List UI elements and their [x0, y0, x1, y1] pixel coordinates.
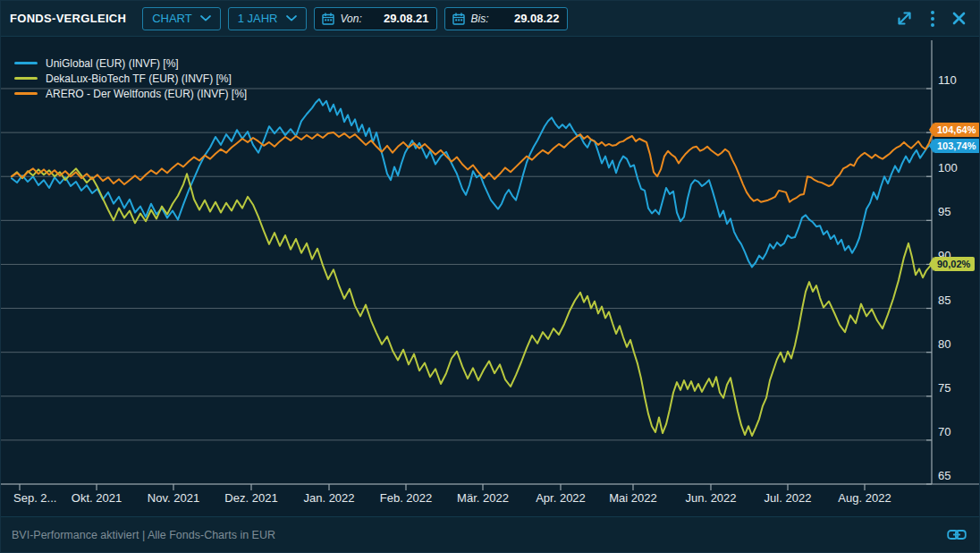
- x-axis-label: Nov. 2021: [148, 491, 199, 505]
- more-options-icon[interactable]: [929, 9, 936, 29]
- x-axis-label: Jan. 2022: [303, 491, 354, 505]
- expand-icon[interactable]: [895, 9, 914, 28]
- date-from-label: Von:: [341, 13, 362, 25]
- x-axis-label: Aug. 2022: [838, 491, 891, 505]
- legend-item-arero-weltfonds[interactable]: ARERO - Der Weltfonds (EUR) (INVF) [%]: [14, 86, 247, 101]
- legend-item-uniglobal[interactable]: UniGlobal (EUR) (INVF) [%]: [14, 55, 247, 71]
- series-end-value-tag: 90,02%: [934, 257, 975, 271]
- chart-type-dropdown-label: CHART: [152, 12, 192, 25]
- x-axis-label: Okt. 2021: [72, 491, 122, 505]
- x-axis-label: Apr. 2022: [536, 491, 586, 505]
- period-dropdown[interactable]: 1 JAHR: [228, 7, 307, 30]
- chart-type-dropdown[interactable]: CHART: [142, 7, 221, 30]
- link-icon[interactable]: [947, 529, 967, 540]
- x-axis-label: Jun. 2022: [685, 491, 736, 505]
- y-axis-label: 70: [938, 425, 950, 438]
- x-axis-label: Dez. 2021: [224, 491, 277, 505]
- y-axis-label: 80: [938, 337, 950, 351]
- legend-item-dekalux-biotech[interactable]: DekaLux-BioTech TF (EUR) (INVF) [%]: [14, 71, 247, 86]
- date-to-value: 29.08.22: [514, 12, 560, 25]
- series-color-swatch: [14, 62, 38, 64]
- x-axis-label: Jul. 2022: [765, 491, 812, 505]
- date-from-value: 29.08.21: [384, 12, 429, 25]
- y-axis-label: 110: [938, 73, 957, 87]
- y-axis-label: 95: [938, 205, 950, 218]
- header-toolbar: FONDS-VERGLEICH CHART 1 JAHR: [1, 1, 979, 37]
- fund-comparison-widget: FONDS-VERGLEICH CHART 1 JAHR: [0, 0, 980, 553]
- close-icon[interactable]: [951, 11, 967, 26]
- series-end-value-tag: 103,74%: [934, 139, 980, 153]
- status-bar: BVI-Performance aktiviert | Alle Fonds-C…: [1, 516, 979, 552]
- calendar-icon: [452, 13, 465, 25]
- date-from-field[interactable]: Von: 29.08.21: [314, 7, 437, 30]
- x-axis-label: Sep. 2...: [13, 491, 56, 505]
- y-axis-label: 85: [938, 294, 950, 307]
- tag-notch: [929, 257, 934, 271]
- tag-notch: [929, 139, 934, 153]
- page-title: FONDS-VERGLEICH: [10, 12, 126, 25]
- x-axis-label: Mär. 2022: [457, 491, 509, 505]
- series-line: [12, 99, 932, 268]
- series-color-swatch: [14, 77, 38, 80]
- calendar-icon: [322, 13, 334, 25]
- chart-legend: UniGlobal (EUR) (INVF) [%] DekaLux-BioTe…: [14, 55, 247, 101]
- date-to-label: Bis:: [471, 13, 489, 25]
- status-text: BVI-Performance aktiviert | Alle Fonds-C…: [12, 529, 275, 541]
- period-dropdown-label: 1 JAHR: [238, 12, 278, 25]
- chevron-down-icon: [200, 15, 211, 21]
- series-end-value-tag: 104,64%: [934, 123, 980, 137]
- x-axis-label: Feb. 2022: [380, 491, 433, 505]
- y-axis-label: 65: [938, 469, 950, 482]
- chevron-down-icon: [286, 15, 297, 21]
- series-color-swatch: [14, 92, 38, 95]
- y-axis-label: 100: [938, 161, 958, 174]
- x-axis-label: Mai 2022: [609, 491, 656, 505]
- date-to-field[interactable]: Bis: 29.08.22: [444, 7, 568, 30]
- tag-notch: [929, 123, 934, 137]
- y-axis-label: 75: [938, 381, 950, 395]
- series-line: [12, 132, 932, 202]
